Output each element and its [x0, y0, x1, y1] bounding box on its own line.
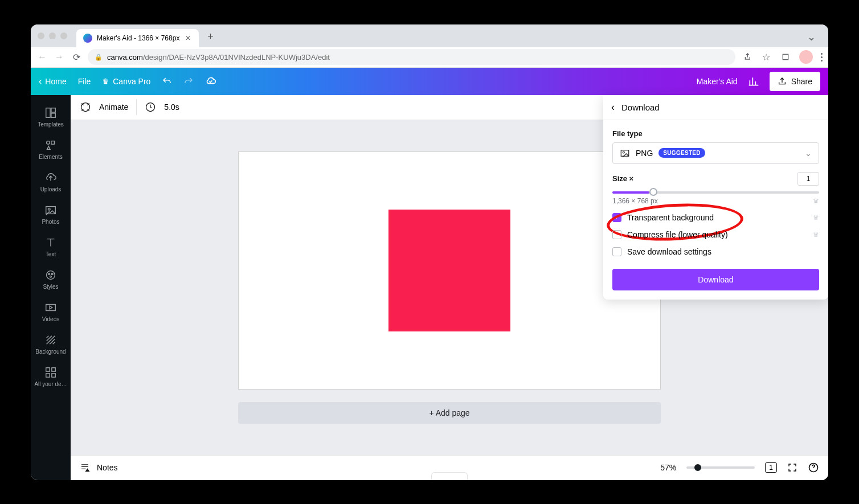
svg-point-21 — [623, 151, 624, 153]
window-controls — [38, 32, 67, 39]
redo-icon — [183, 76, 194, 87]
home-label: Home — [45, 77, 66, 86]
svg-rect-2 — [51, 108, 55, 112]
svg-point-4 — [47, 141, 50, 144]
rail-elements[interactable]: Elements — [31, 133, 71, 166]
close-dot[interactable] — [38, 32, 44, 39]
zoom-level[interactable]: 57% — [660, 463, 676, 472]
red-square-element[interactable] — [388, 210, 510, 331]
main-area: Animate 5.0s + Add page Notes 57% 1 — [71, 95, 828, 480]
rail-all-designs[interactable]: All your de… — [31, 360, 71, 393]
browser-tab[interactable]: Maker's Aid - 1366 × 768px ✕ — [76, 29, 199, 47]
browser-tabbar: Maker's Aid - 1366 × 768px ✕ + ⌄ — [31, 24, 828, 47]
back-icon[interactable]: ← — [36, 51, 48, 63]
file-type-value: PNG — [636, 149, 653, 158]
page-count-button[interactable]: 1 — [765, 462, 777, 473]
svg-rect-12 — [46, 304, 56, 310]
rail-photos[interactable]: Photos — [31, 198, 71, 231]
browser-menu-icon[interactable] — [821, 53, 823, 62]
new-tab-button[interactable]: + — [202, 29, 218, 45]
slider-thumb[interactable] — [649, 188, 657, 196]
canva-appbar: ‹Home File ♛Canva Pro Maker's Aid Share — [31, 68, 828, 95]
svg-rect-0 — [783, 54, 788, 59]
reload-icon[interactable]: ⟳ — [71, 51, 82, 63]
file-type-label: File type — [612, 129, 819, 138]
rail-videos[interactable]: Videos — [31, 296, 71, 328]
crown-icon: ♛ — [102, 77, 109, 86]
share-button[interactable]: Share — [770, 72, 820, 91]
panel-title: Download — [621, 103, 660, 112]
svg-rect-3 — [51, 113, 55, 117]
maximize-dot[interactable] — [60, 32, 67, 39]
file-type-select[interactable]: PNG SUGGESTED ⌄ — [612, 142, 819, 164]
rail-text[interactable]: Text — [31, 231, 71, 263]
insights-icon[interactable] — [748, 76, 759, 87]
download-button[interactable]: Download — [612, 269, 819, 290]
svg-rect-1 — [46, 108, 50, 117]
address-bar: ← → ⟳ 🔒 canva.com/design/DAE-NzV3p8A/01N… — [31, 47, 828, 68]
undo-button[interactable] — [162, 76, 172, 87]
add-page-button[interactable]: + Add page — [238, 402, 661, 424]
app-content: Templates Elements Uploads Photos Text S… — [31, 95, 828, 480]
crown-icon: ♛ — [813, 197, 819, 205]
help-icon[interactable] — [808, 462, 819, 473]
undo-icon — [162, 76, 172, 87]
rail-uploads[interactable]: Uploads — [31, 166, 71, 198]
close-tab-icon[interactable]: ✕ — [184, 34, 192, 42]
home-button[interactable]: ‹Home — [39, 76, 67, 87]
download-panel: ‹ Download File type PNG SUGGESTED ⌄ Siz… — [603, 95, 828, 300]
back-chevron-icon[interactable]: ‹ — [611, 101, 615, 113]
save-settings-option[interactable]: Save download settings — [612, 247, 819, 256]
redo-button[interactable] — [183, 76, 194, 87]
url-field[interactable]: 🔒 canva.com/design/DAE-NzV3p8A/01NVlNzde… — [88, 49, 735, 65]
rail-background[interactable]: Background — [31, 328, 71, 360]
notes-button[interactable]: Notes — [97, 463, 118, 472]
panel-header: ‹ Download — [603, 95, 828, 120]
svg-rect-13 — [46, 367, 50, 371]
rail-styles[interactable]: Styles — [31, 263, 71, 296]
size-multiplier-input[interactable] — [797, 172, 819, 186]
cloud-sync-icon[interactable] — [205, 76, 216, 87]
favicon — [83, 34, 92, 43]
svg-point-11 — [50, 276, 52, 277]
tab-title: Maker's Aid - 1366 × 768px — [97, 34, 179, 42]
minimize-dot[interactable] — [49, 32, 56, 39]
zoom-thumb[interactable] — [694, 464, 701, 471]
share-browser-icon[interactable] — [741, 51, 752, 63]
fullscreen-icon[interactable] — [787, 462, 797, 473]
chevron-left-icon: ‹ — [39, 76, 42, 87]
checkbox-icon[interactable] — [612, 230, 621, 239]
artboard[interactable] — [238, 151, 661, 390]
svg-rect-5 — [51, 141, 55, 144]
compress-option[interactable]: Compress file (lower quality) ♛ — [612, 230, 819, 239]
suggested-badge: SUGGESTED — [658, 148, 705, 158]
canva-pro-button[interactable]: ♛Canva Pro — [102, 77, 150, 86]
extensions-icon[interactable] — [780, 51, 791, 63]
duration-button[interactable]: 5.0s — [164, 103, 179, 112]
svg-point-10 — [51, 273, 53, 274]
separator — [136, 99, 137, 115]
animate-button[interactable]: Animate — [99, 103, 128, 112]
checkbox-checked-icon[interactable]: ✓ — [612, 213, 621, 222]
share-arrow-icon — [778, 77, 787, 86]
image-icon — [620, 148, 630, 158]
output-dimensions: 1,366 × 768 px — [612, 197, 658, 205]
chevron-down-icon: ⌄ — [805, 149, 812, 158]
project-title[interactable]: Maker's Aid — [697, 77, 738, 86]
file-menu[interactable]: File — [78, 77, 91, 86]
browser-window: Maker's Aid - 1366 × 768px ✕ + ⌄ ← → ⟳ 🔒… — [31, 24, 828, 480]
checkbox-icon[interactable] — [612, 247, 621, 256]
forward-icon[interactable]: → — [54, 51, 65, 63]
transparent-bg-label: Transparent background — [627, 213, 714, 222]
profile-avatar[interactable] — [799, 50, 813, 64]
rail-templates[interactable]: Templates — [31, 101, 71, 133]
size-label: Size × — [612, 174, 633, 183]
tabs-menu-chevron-icon[interactable]: ⌄ — [803, 29, 819, 45]
zoom-slider[interactable] — [686, 466, 755, 469]
bookmark-icon[interactable]: ☆ — [760, 51, 772, 63]
svg-rect-14 — [52, 367, 55, 371]
clock-icon — [145, 101, 156, 113]
size-slider[interactable] — [612, 191, 819, 194]
animate-icon — [80, 101, 91, 113]
transparent-bg-option[interactable]: ✓ Transparent background ♛ — [612, 213, 819, 222]
